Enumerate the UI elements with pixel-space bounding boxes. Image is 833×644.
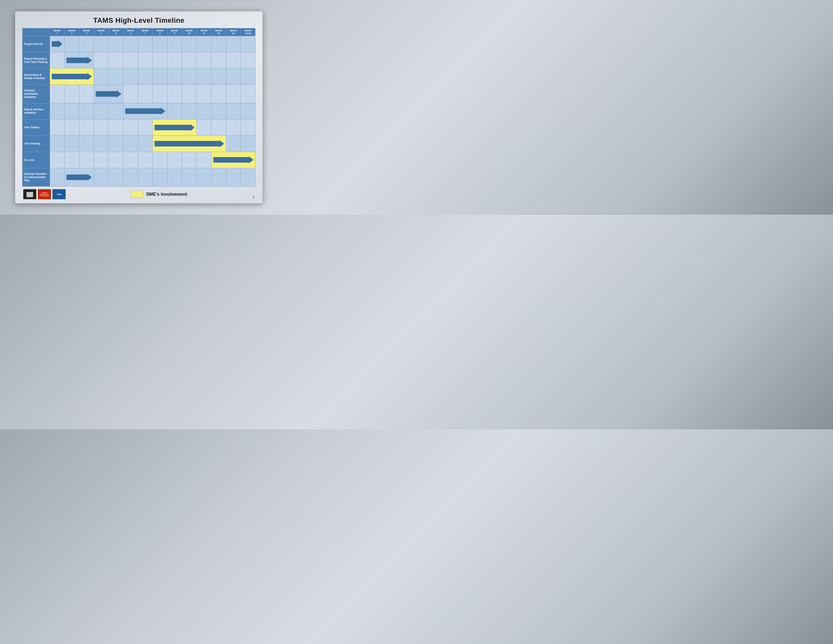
page-number: 2 bbox=[252, 195, 254, 199]
header-month-12: Month12 bbox=[211, 28, 226, 36]
arrow-cell-5 bbox=[153, 119, 196, 135]
task-label-2: Assessment & Design of System bbox=[23, 68, 50, 85]
empty-cell-4-4 bbox=[109, 103, 123, 119]
footer: ▓▓ OregonDepartmentof Agriculture DEQ SM… bbox=[22, 189, 256, 199]
legend-container: SME's involvement bbox=[131, 191, 187, 198]
empty-cell-1-3 bbox=[94, 52, 109, 68]
empty-cell-5-12 bbox=[226, 119, 241, 135]
empty-cell-2-13 bbox=[241, 68, 255, 85]
header-month-1: Month1 bbox=[50, 28, 64, 36]
header-month-9: Month9 bbox=[167, 28, 182, 36]
empty-cell-8-10 bbox=[197, 168, 211, 187]
empty-cell-3-13 bbox=[241, 85, 255, 103]
empty-cell-3-12 bbox=[226, 85, 241, 103]
empty-cell-5-1 bbox=[64, 119, 79, 135]
empty-cell-1-4 bbox=[109, 52, 123, 68]
arrow-cell-3 bbox=[94, 85, 123, 103]
empty-cell-1-0 bbox=[50, 52, 64, 68]
empty-cell-1-6 bbox=[138, 52, 153, 68]
logo-jj: ▓▓ bbox=[23, 189, 36, 199]
empty-cell-8-4 bbox=[109, 168, 123, 187]
empty-cell-2-4 bbox=[109, 68, 123, 85]
empty-cell-1-8 bbox=[167, 52, 182, 68]
empty-cell-5-3 bbox=[94, 119, 109, 135]
slide-container: TAMS High-Level Timeline Month1Month2Mon… bbox=[15, 11, 262, 203]
empty-cell-1-13 bbox=[241, 52, 255, 68]
header-month-5: Month5 bbox=[109, 28, 123, 36]
table-row: Assessment & Design of System bbox=[23, 68, 256, 85]
table-row: Develop Transition & Communication Plan bbox=[23, 168, 256, 187]
empty-cell-0-11 bbox=[211, 36, 226, 52]
empty-cell-7-6 bbox=[138, 152, 153, 168]
empty-cell-8-13 bbox=[241, 168, 255, 187]
empty-cell-2-8 bbox=[167, 68, 182, 85]
table-row: Project Planning & Core Team Training bbox=[23, 52, 256, 68]
empty-cell-5-13 bbox=[241, 119, 255, 135]
empty-cell-0-9 bbox=[182, 36, 197, 52]
empty-cell-6-12 bbox=[226, 135, 241, 152]
empty-cell-6-13 bbox=[241, 135, 255, 152]
logo-oregon: OregonDepartmentof Agriculture bbox=[38, 189, 51, 199]
table-row: Software Installation, Validation bbox=[23, 85, 256, 103]
empty-cell-0-4 bbox=[109, 36, 123, 52]
empty-cell-8-3 bbox=[94, 168, 109, 187]
arrow-cell-6 bbox=[153, 135, 226, 152]
header-month-2: Month2 bbox=[64, 28, 79, 36]
header-month-6: Month6 bbox=[123, 28, 138, 36]
task-label-4: Data & Interface validation bbox=[23, 103, 50, 119]
task-label-8: Develop Transition & Communication Plan bbox=[23, 168, 50, 187]
legend-text: SME's involvement bbox=[146, 192, 187, 197]
empty-cell-5-5 bbox=[123, 119, 138, 135]
empty-cell-3-6 bbox=[138, 85, 153, 103]
empty-cell-3-7 bbox=[153, 85, 167, 103]
empty-cell-2-3 bbox=[94, 68, 109, 85]
empty-cell-7-10 bbox=[197, 152, 211, 168]
empty-cell-7-1 bbox=[64, 152, 79, 168]
empty-cell-0-1 bbox=[64, 36, 79, 52]
empty-cell-2-12 bbox=[226, 68, 241, 85]
empty-cell-2-11 bbox=[211, 68, 226, 85]
logos-container: ▓▓ OregonDepartmentof Agriculture DEQ bbox=[23, 189, 66, 199]
arrow-cell-2 bbox=[50, 68, 94, 85]
arrow-cell-0 bbox=[50, 36, 64, 52]
empty-cell-4-1 bbox=[64, 103, 79, 119]
empty-cell-6-2 bbox=[79, 135, 94, 152]
empty-cell-6-0 bbox=[50, 135, 64, 152]
empty-cell-8-7 bbox=[153, 168, 167, 187]
empty-cell-0-3 bbox=[94, 36, 109, 52]
empty-cell-5-2 bbox=[79, 119, 94, 135]
header-task-col bbox=[23, 28, 50, 36]
empty-cell-4-12 bbox=[226, 103, 241, 119]
empty-cell-7-3 bbox=[94, 152, 109, 168]
empty-cell-1-5 bbox=[123, 52, 138, 68]
empty-cell-7-8 bbox=[167, 152, 182, 168]
table-row: Go -Live bbox=[23, 152, 256, 168]
empty-cell-4-8 bbox=[167, 103, 182, 119]
empty-cell-0-10 bbox=[197, 36, 211, 52]
empty-cell-4-2 bbox=[79, 103, 94, 119]
empty-cell-3-0 bbox=[50, 85, 64, 103]
empty-cell-1-7 bbox=[153, 52, 167, 68]
empty-cell-5-11 bbox=[211, 119, 226, 135]
empty-cell-6-5 bbox=[123, 135, 138, 152]
empty-cell-3-9 bbox=[182, 85, 197, 103]
empty-cell-4-0 bbox=[50, 103, 64, 119]
empty-cell-7-2 bbox=[79, 152, 94, 168]
arrow-cell-4 bbox=[123, 103, 167, 119]
task-label-3: Software Installation, Validation bbox=[23, 85, 50, 103]
header-month-8: Month8 bbox=[153, 28, 167, 36]
empty-cell-2-6 bbox=[138, 68, 153, 85]
empty-cell-2-7 bbox=[153, 68, 167, 85]
table-row: Project Kick-off bbox=[23, 36, 256, 52]
arrow-cell-8 bbox=[64, 168, 94, 187]
empty-cell-2-10 bbox=[197, 68, 211, 85]
empty-cell-4-9 bbox=[182, 103, 197, 119]
header-month-7: Month7 bbox=[138, 28, 153, 36]
empty-cell-2-9 bbox=[182, 68, 197, 85]
slide-title: TAMS High-Level Timeline bbox=[22, 16, 256, 24]
header-month-14: Month14-18 bbox=[241, 28, 255, 36]
empty-cell-8-6 bbox=[138, 168, 153, 187]
header-month-11: Month11 bbox=[197, 28, 211, 36]
empty-cell-0-5 bbox=[123, 36, 138, 52]
table-row: Data & Interface validation bbox=[23, 103, 256, 119]
